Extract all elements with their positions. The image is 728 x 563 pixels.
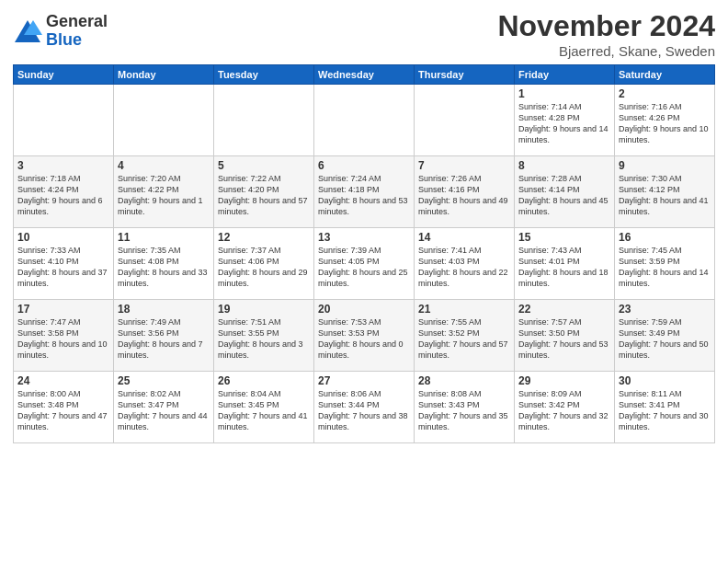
day-info: Sunrise: 8:06 AM Sunset: 3:44 PM Dayligh…: [318, 388, 410, 433]
day-number: 8: [518, 159, 610, 172]
logo-general: General: [46, 13, 108, 31]
day-info: Sunrise: 8:02 AM Sunset: 3:47 PM Dayligh…: [118, 388, 210, 433]
day-number: 21: [418, 303, 510, 316]
calendar-cell: [14, 85, 114, 156]
day-info: Sunrise: 7:35 AM Sunset: 4:08 PM Dayligh…: [118, 245, 210, 290]
calendar-cell: 9Sunrise: 7:30 AM Sunset: 4:12 PM Daylig…: [615, 156, 715, 228]
calendar-cell: 3Sunrise: 7:18 AM Sunset: 4:24 PM Daylig…: [14, 156, 114, 228]
header-thursday: Thursday: [415, 65, 515, 85]
calendar-cell: 6Sunrise: 7:24 AM Sunset: 4:18 PM Daylig…: [314, 156, 415, 228]
day-number: 29: [518, 374, 610, 387]
calendar-cell: 13Sunrise: 7:39 AM Sunset: 4:05 PM Dayli…: [314, 228, 415, 300]
calendar-cell: 17Sunrise: 7:47 AM Sunset: 3:58 PM Dayli…: [14, 300, 114, 372]
day-info: Sunrise: 8:00 AM Sunset: 3:48 PM Dayligh…: [17, 388, 109, 433]
calendar-cell: 30Sunrise: 8:11 AM Sunset: 3:41 PM Dayli…: [615, 372, 715, 443]
day-info: Sunrise: 8:04 AM Sunset: 3:45 PM Dayligh…: [218, 388, 310, 433]
day-info: Sunrise: 7:53 AM Sunset: 3:53 PM Dayligh…: [318, 316, 410, 362]
day-number: 14: [418, 231, 510, 244]
calendar-week-row: 17Sunrise: 7:47 AM Sunset: 3:58 PM Dayli…: [14, 300, 715, 372]
day-info: Sunrise: 7:39 AM Sunset: 4:05 PM Dayligh…: [318, 245, 410, 290]
calendar-cell: 18Sunrise: 7:49 AM Sunset: 3:56 PM Dayli…: [114, 300, 214, 372]
header-wednesday: Wednesday: [314, 65, 415, 85]
calendar-cell: 23Sunrise: 7:59 AM Sunset: 3:49 PM Dayli…: [615, 300, 715, 372]
calendar-cell: 28Sunrise: 8:08 AM Sunset: 3:43 PM Dayli…: [415, 372, 515, 443]
calendar-cell: 12Sunrise: 7:37 AM Sunset: 4:06 PM Dayli…: [214, 228, 314, 300]
day-info: Sunrise: 7:20 AM Sunset: 4:22 PM Dayligh…: [118, 173, 210, 218]
day-info: Sunrise: 8:11 AM Sunset: 3:41 PM Dayligh…: [619, 388, 711, 433]
calendar-cell: 14Sunrise: 7:41 AM Sunset: 4:03 PM Dayli…: [415, 228, 515, 300]
calendar-table: Sunday Monday Tuesday Wednesday Thursday…: [13, 64, 715, 443]
calendar-cell: 21Sunrise: 7:55 AM Sunset: 3:52 PM Dayli…: [415, 300, 515, 372]
calendar-cell: 24Sunrise: 8:00 AM Sunset: 3:48 PM Dayli…: [14, 372, 114, 443]
calendar-cell: 26Sunrise: 8:04 AM Sunset: 3:45 PM Dayli…: [214, 372, 314, 443]
day-info: Sunrise: 7:55 AM Sunset: 3:52 PM Dayligh…: [418, 316, 510, 362]
day-info: Sunrise: 7:57 AM Sunset: 3:50 PM Dayligh…: [518, 316, 610, 362]
day-info: Sunrise: 7:16 AM Sunset: 4:26 PM Dayligh…: [619, 101, 711, 146]
day-number: 18: [118, 303, 210, 316]
calendar-week-row: 24Sunrise: 8:00 AM Sunset: 3:48 PM Dayli…: [14, 372, 715, 443]
day-info: Sunrise: 7:41 AM Sunset: 4:03 PM Dayligh…: [418, 245, 510, 290]
day-info: Sunrise: 8:08 AM Sunset: 3:43 PM Dayligh…: [418, 388, 510, 433]
day-number: 22: [518, 303, 610, 316]
day-number: 28: [418, 374, 510, 387]
calendar-cell: [314, 85, 415, 156]
day-info: Sunrise: 7:45 AM Sunset: 3:59 PM Dayligh…: [619, 245, 711, 290]
calendar-cell: [415, 85, 515, 156]
day-number: 1: [518, 87, 610, 100]
calendar-week-row: 1Sunrise: 7:14 AM Sunset: 4:28 PM Daylig…: [14, 85, 715, 156]
day-number: 4: [118, 159, 210, 172]
calendar-cell: 2Sunrise: 7:16 AM Sunset: 4:26 PM Daylig…: [615, 85, 715, 156]
day-number: 30: [619, 374, 711, 387]
logo: General Blue: [13, 13, 108, 50]
day-number: 15: [518, 231, 610, 244]
day-number: 25: [118, 374, 210, 387]
logo-blue: Blue: [46, 31, 108, 50]
calendar-cell: 4Sunrise: 7:20 AM Sunset: 4:22 PM Daylig…: [114, 156, 214, 228]
header-tuesday: Tuesday: [214, 65, 314, 85]
day-number: 26: [218, 374, 310, 387]
title-block: November 2024 Bjaerred, Skane, Sweden: [497, 9, 715, 59]
day-number: 24: [17, 374, 109, 387]
calendar-cell: 29Sunrise: 8:09 AM Sunset: 3:42 PM Dayli…: [515, 372, 615, 443]
page: General Blue November 2024 Bjaerred, Ska…: [0, 0, 728, 563]
header-saturday: Saturday: [615, 65, 715, 85]
calendar-cell: 25Sunrise: 8:02 AM Sunset: 3:47 PM Dayli…: [114, 372, 214, 443]
calendar-cell: 8Sunrise: 7:28 AM Sunset: 4:14 PM Daylig…: [515, 156, 615, 228]
calendar-cell: [214, 85, 314, 156]
header: General Blue November 2024 Bjaerred, Ska…: [13, 9, 715, 59]
day-info: Sunrise: 8:09 AM Sunset: 3:42 PM Dayligh…: [518, 388, 610, 433]
day-info: Sunrise: 7:24 AM Sunset: 4:18 PM Dayligh…: [318, 173, 410, 218]
header-monday: Monday: [114, 65, 214, 85]
calendar-cell: 1Sunrise: 7:14 AM Sunset: 4:28 PM Daylig…: [515, 85, 615, 156]
header-friday: Friday: [515, 65, 615, 85]
logo-icon: [13, 18, 42, 44]
calendar-cell: 19Sunrise: 7:51 AM Sunset: 3:55 PM Dayli…: [214, 300, 314, 372]
location: Bjaerred, Skane, Sweden: [497, 43, 715, 59]
day-number: 9: [619, 159, 711, 172]
calendar-cell: 5Sunrise: 7:22 AM Sunset: 4:20 PM Daylig…: [214, 156, 314, 228]
calendar-week-row: 3Sunrise: 7:18 AM Sunset: 4:24 PM Daylig…: [14, 156, 715, 228]
day-info: Sunrise: 7:14 AM Sunset: 4:28 PM Dayligh…: [518, 101, 610, 146]
day-number: 2: [619, 87, 711, 100]
day-number: 23: [619, 303, 711, 316]
day-info: Sunrise: 7:28 AM Sunset: 4:14 PM Dayligh…: [518, 173, 610, 218]
day-number: 12: [218, 231, 310, 244]
day-number: 16: [619, 231, 711, 244]
day-info: Sunrise: 7:49 AM Sunset: 3:56 PM Dayligh…: [118, 316, 210, 362]
day-number: 27: [318, 374, 410, 387]
day-info: Sunrise: 7:22 AM Sunset: 4:20 PM Dayligh…: [218, 173, 310, 218]
day-number: 13: [318, 231, 410, 244]
month-title: November 2024: [497, 9, 715, 43]
calendar-cell: 22Sunrise: 7:57 AM Sunset: 3:50 PM Dayli…: [515, 300, 615, 372]
day-info: Sunrise: 7:59 AM Sunset: 3:49 PM Dayligh…: [619, 316, 711, 362]
calendar-cell: 11Sunrise: 7:35 AM Sunset: 4:08 PM Dayli…: [114, 228, 214, 300]
day-number: 10: [17, 231, 109, 244]
day-number: 3: [17, 159, 109, 172]
calendar-cell: 10Sunrise: 7:33 AM Sunset: 4:10 PM Dayli…: [14, 228, 114, 300]
day-info: Sunrise: 7:43 AM Sunset: 4:01 PM Dayligh…: [518, 245, 610, 290]
calendar-cell: 20Sunrise: 7:53 AM Sunset: 3:53 PM Dayli…: [314, 300, 415, 372]
calendar-cell: 15Sunrise: 7:43 AM Sunset: 4:01 PM Dayli…: [515, 228, 615, 300]
calendar-cell: 16Sunrise: 7:45 AM Sunset: 3:59 PM Dayli…: [615, 228, 715, 300]
day-number: 7: [418, 159, 510, 172]
day-info: Sunrise: 7:30 AM Sunset: 4:12 PM Dayligh…: [619, 173, 711, 218]
